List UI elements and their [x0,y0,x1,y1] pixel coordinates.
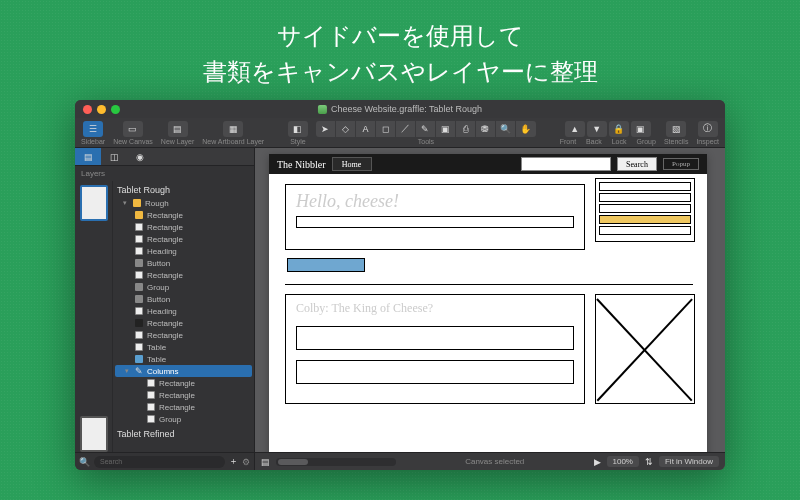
horizontal-scrollbar[interactable] [276,458,396,466]
zoom-tool-icon[interactable]: 🔍 [496,121,516,137]
layer-icon [135,211,143,219]
toolbar-label: New Canvas [113,138,153,145]
toolbar-label: Sidebar [81,138,105,145]
layer-icon [147,403,155,411]
sidebar-tab-selection[interactable]: ◉ [127,148,153,165]
close-icon[interactable] [83,105,92,114]
canvas-name[interactable]: Tablet Rough [113,183,254,197]
sidebar-tab-guides[interactable]: ◫ [101,148,127,165]
window-title: Cheese Website.graffle: Tablet Rough [318,104,482,114]
tree-item[interactable]: Heading [113,245,254,257]
status-text: Canvas selected [402,457,588,466]
layer-icon [135,271,143,279]
tree-item[interactable]: Heading [113,305,254,317]
mock-brand: The Nibbler [277,159,326,170]
mock-row [599,193,691,202]
tree-item[interactable]: Button [113,293,254,305]
sidebar-footer: 🔍 Search ＋ ⚙ [75,452,254,470]
tree-item[interactable]: Table [113,341,254,353]
tree-group[interactable]: ▾ Rough [113,197,254,209]
canvas-thumbnails [75,181,113,452]
gear-icon[interactable]: ⚙ [242,457,250,467]
stamp-tool-icon[interactable]: ⎙ [456,121,476,137]
canvas-name[interactable]: Tablet Refined [113,427,254,441]
tree-item[interactable]: Table [113,353,254,365]
zoom-level[interactable]: 100% [607,456,639,467]
layer-icon [135,295,143,303]
layer-icon [135,331,143,339]
mock-row [599,204,691,213]
layer-icon [147,391,155,399]
tree-item[interactable]: Rectangle [113,377,254,389]
point-tool-icon[interactable]: ◇ [336,121,356,137]
tree-item[interactable]: Group [113,281,254,293]
mock-row-highlight [599,215,691,224]
canvas-thumbnail[interactable] [80,416,108,452]
layer-icon [135,235,143,243]
mock-row [599,226,691,235]
new-canvas-button[interactable]: ▭ [123,121,143,137]
group-button[interactable]: ▣ [631,121,651,137]
mock-rectangle [296,326,574,350]
sidebar-tab-layers[interactable]: ▤ [75,148,101,165]
shape-tool-icon[interactable]: ◻ [376,121,396,137]
pen-tool-icon[interactable]: ✎ [416,121,436,137]
magnet-tool-icon[interactable]: ⛃ [476,121,496,137]
search-icon: 🔍 [79,457,90,467]
new-artboard-layer-button[interactable]: ▦ [223,121,243,137]
add-icon[interactable]: ＋ [229,455,238,468]
tree-item[interactable]: Rectangle [113,233,254,245]
tree-item[interactable]: Button [113,257,254,269]
tree-item[interactable]: Group [113,413,254,425]
toolbar-label: Stencils [664,138,689,145]
zoom-icon[interactable] [111,105,120,114]
toolbar-label: New Artboard Layer [202,138,264,145]
toolbar-label: New Layer [161,138,194,145]
lock-button[interactable]: 🔒 [609,121,629,137]
canvas-area: The Nibbler Home Search Popup Hello, che… [255,148,725,470]
promo-text: サイドバーを使用して 書類をキャンバスやレイヤーに整理 [0,0,800,90]
tree-item[interactable]: Rectangle [113,329,254,341]
mock-divider [285,284,693,285]
sidebar-header: Layers [75,166,254,181]
artboard-tool-icon[interactable]: ▣ [436,121,456,137]
canvas-thumbnail[interactable] [80,185,108,221]
sidebar-search-input[interactable]: Search [94,456,225,468]
document-icon [318,105,327,114]
canvas-viewport[interactable]: The Nibbler Home Search Popup Hello, che… [255,148,725,452]
front-button[interactable]: ▲ [565,121,585,137]
layer-icon [135,283,143,291]
artboard[interactable]: The Nibbler Home Search Popup Hello, che… [269,154,707,452]
fit-window-button[interactable]: Fit in Window [659,456,719,467]
tree-item[interactable]: Rectangle [113,221,254,233]
chevron-down-icon: ▾ [123,199,129,207]
sidebar-toggle-button[interactable]: ☰ [83,121,103,137]
text-tool-icon[interactable]: A [356,121,376,137]
tree-item[interactable]: Rectangle [113,269,254,281]
tree-item[interactable]: Rectangle [113,401,254,413]
toolbar-label: Inspect [696,138,719,145]
presentation-icon[interactable]: ▶ [594,457,601,467]
tree-item[interactable]: Rectangle [113,317,254,329]
chevron-up-down-icon[interactable]: ⇅ [645,457,653,467]
layer-icon [135,307,143,315]
style-button[interactable]: ◧ [288,121,308,137]
select-tool-icon[interactable]: ➤ [316,121,336,137]
tree-item[interactable]: Rectangle [113,209,254,221]
tree-item[interactable]: Rectangle [113,389,254,401]
stencils-button[interactable]: ▧ [666,121,686,137]
inspect-button[interactable]: ⓘ [698,121,718,137]
mock-subheading: Colby: The King of Cheese? [296,301,574,316]
minimize-icon[interactable] [97,105,106,114]
layer-icon [147,379,155,387]
layers-icon[interactable]: ▤ [261,457,270,467]
tree-layer-selected[interactable]: ▾ ✎ Columns [115,365,252,377]
toolbar: ☰ Sidebar ▭ New Canvas ▤ New Layer ▦ New… [75,118,725,148]
hand-tool-icon[interactable]: ✋ [516,121,536,137]
mock-search-field [521,157,611,171]
mock-search-button: Search [617,157,657,171]
back-button[interactable]: ▼ [587,121,607,137]
line-tool-icon[interactable]: ／ [396,121,416,137]
mock-rectangle [296,360,574,384]
new-layer-button[interactable]: ▤ [168,121,188,137]
